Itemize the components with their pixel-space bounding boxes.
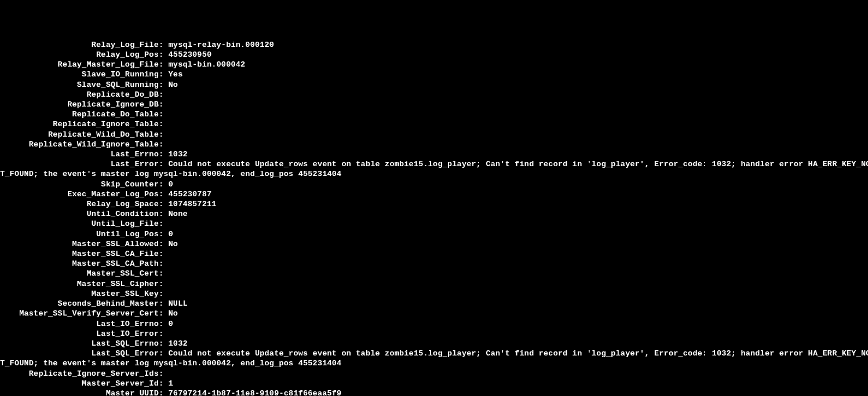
terminal-output: Relay_Log_File: mysql-relay-bin.000120 R… — [0, 40, 868, 396]
